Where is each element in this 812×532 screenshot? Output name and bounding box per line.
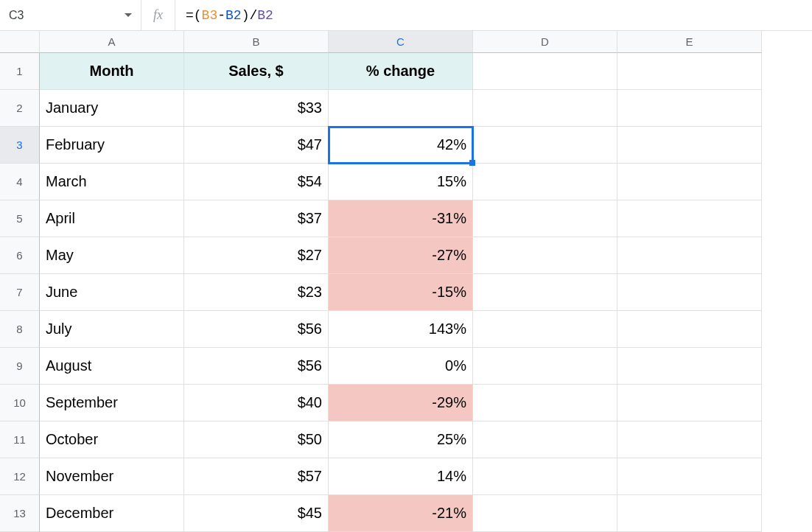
cell-month[interactable]: August bbox=[40, 348, 184, 385]
cell-sales[interactable]: $27 bbox=[184, 237, 329, 274]
name-box-text: C3 bbox=[9, 9, 120, 22]
fx-icon: fx bbox=[141, 0, 175, 30]
cell[interactable] bbox=[473, 274, 617, 311]
cell-month[interactable]: October bbox=[40, 421, 184, 458]
cell[interactable] bbox=[617, 274, 762, 311]
cell-sales[interactable]: $50 bbox=[184, 421, 329, 458]
cell[interactable] bbox=[473, 164, 617, 200]
cell[interactable] bbox=[473, 53, 617, 90]
cell[interactable] bbox=[473, 458, 617, 495]
column-header-b[interactable]: B bbox=[184, 31, 329, 53]
cell[interactable] bbox=[473, 200, 617, 237]
cell-month[interactable]: November bbox=[40, 458, 184, 495]
column-header-e[interactable]: E bbox=[617, 31, 762, 53]
cell[interactable] bbox=[473, 127, 617, 164]
cell-sales[interactable]: $47 bbox=[184, 127, 329, 164]
cell[interactable] bbox=[617, 421, 762, 458]
cell-change[interactable]: -21% bbox=[329, 495, 473, 532]
cell[interactable] bbox=[473, 421, 617, 458]
cell-change[interactable]: 143% bbox=[329, 311, 473, 348]
formula-input[interactable]: =(B3-B2)/B2 bbox=[175, 0, 812, 30]
row-header[interactable]: 13 bbox=[0, 495, 40, 532]
cell-month[interactable]: February bbox=[40, 127, 184, 164]
spreadsheet-grid[interactable]: ABCDE1MonthSales, $% change2January$333F… bbox=[0, 31, 812, 532]
cell-sales[interactable]: $37 bbox=[184, 200, 329, 237]
cell-change[interactable]: -29% bbox=[329, 385, 473, 421]
header-sales[interactable]: Sales, $ bbox=[184, 53, 329, 90]
fill-handle[interactable] bbox=[469, 160, 475, 166]
cell[interactable] bbox=[473, 311, 617, 348]
cell[interactable] bbox=[617, 164, 762, 200]
cell-month[interactable]: March bbox=[40, 164, 184, 200]
cell[interactable] bbox=[473, 495, 617, 532]
row-header[interactable]: 3 bbox=[0, 127, 40, 164]
cell-month[interactable]: April bbox=[40, 200, 184, 237]
cell-sales[interactable]: $40 bbox=[184, 385, 329, 421]
cell-month[interactable]: December bbox=[40, 495, 184, 532]
formula-bar: C3 fx =(B3-B2)/B2 bbox=[0, 0, 812, 31]
column-header-c[interactable]: C bbox=[329, 31, 473, 53]
cell-sales[interactable]: $54 bbox=[184, 164, 329, 200]
cell-change[interactable]: -15% bbox=[329, 274, 473, 311]
cell-month[interactable]: May bbox=[40, 237, 184, 274]
cell[interactable] bbox=[617, 495, 762, 532]
cell-month[interactable]: June bbox=[40, 274, 184, 311]
row-header[interactable]: 10 bbox=[0, 385, 40, 421]
column-header-a[interactable]: A bbox=[40, 31, 184, 53]
cell-month[interactable]: January bbox=[40, 90, 184, 127]
cell-sales[interactable]: $56 bbox=[184, 348, 329, 385]
select-all-corner[interactable] bbox=[0, 31, 40, 53]
cell[interactable] bbox=[617, 458, 762, 495]
cell-sales[interactable]: $56 bbox=[184, 311, 329, 348]
cell-sales[interactable]: $33 bbox=[184, 90, 329, 127]
formula-token: B3 bbox=[202, 8, 218, 23]
cell-month[interactable]: September bbox=[40, 385, 184, 421]
cell-sales[interactable]: $45 bbox=[184, 495, 329, 532]
cell-change[interactable]: 0% bbox=[329, 348, 473, 385]
cell-change[interactable]: 14% bbox=[329, 458, 473, 495]
cell[interactable] bbox=[617, 53, 762, 90]
cell-change[interactable]: 42% bbox=[329, 127, 473, 164]
row-header[interactable]: 6 bbox=[0, 237, 40, 274]
header-change[interactable]: % change bbox=[329, 53, 473, 90]
formula-token: - bbox=[217, 8, 225, 23]
cell[interactable] bbox=[617, 90, 762, 127]
header-month[interactable]: Month bbox=[40, 53, 184, 90]
column-header-d[interactable]: D bbox=[473, 31, 617, 53]
cell-change[interactable]: 15% bbox=[329, 164, 473, 200]
cell-change[interactable] bbox=[329, 90, 473, 127]
formula-token: B2 bbox=[257, 8, 273, 23]
formula-token: B2 bbox=[225, 8, 242, 23]
row-header[interactable]: 2 bbox=[0, 90, 40, 127]
cell[interactable] bbox=[617, 311, 762, 348]
row-header[interactable]: 1 bbox=[0, 53, 40, 90]
cell-change[interactable]: -31% bbox=[329, 200, 473, 237]
cell[interactable] bbox=[473, 90, 617, 127]
cell[interactable] bbox=[473, 385, 617, 421]
cell-change[interactable]: 25% bbox=[329, 421, 473, 458]
name-box[interactable]: C3 bbox=[0, 0, 141, 30]
row-header[interactable]: 4 bbox=[0, 164, 40, 200]
formula-token: =( bbox=[186, 8, 202, 23]
chevron-down-icon bbox=[125, 13, 132, 17]
row-header[interactable]: 7 bbox=[0, 274, 40, 311]
row-header[interactable]: 8 bbox=[0, 311, 40, 348]
row-header[interactable]: 5 bbox=[0, 200, 40, 237]
cell-sales[interactable]: $23 bbox=[184, 274, 329, 311]
cell[interactable] bbox=[617, 127, 762, 164]
cell[interactable] bbox=[617, 385, 762, 421]
cell-change[interactable]: -27% bbox=[329, 237, 473, 274]
row-header[interactable]: 11 bbox=[0, 421, 40, 458]
cell-month[interactable]: July bbox=[40, 311, 184, 348]
cell[interactable] bbox=[473, 237, 617, 274]
cell[interactable] bbox=[617, 237, 762, 274]
cell[interactable] bbox=[617, 200, 762, 237]
cell[interactable] bbox=[617, 348, 762, 385]
row-header[interactable]: 12 bbox=[0, 458, 40, 495]
formula-token: )/ bbox=[242, 8, 258, 23]
cell[interactable] bbox=[473, 348, 617, 385]
row-header[interactable]: 9 bbox=[0, 348, 40, 385]
cell-sales[interactable]: $57 bbox=[184, 458, 329, 495]
